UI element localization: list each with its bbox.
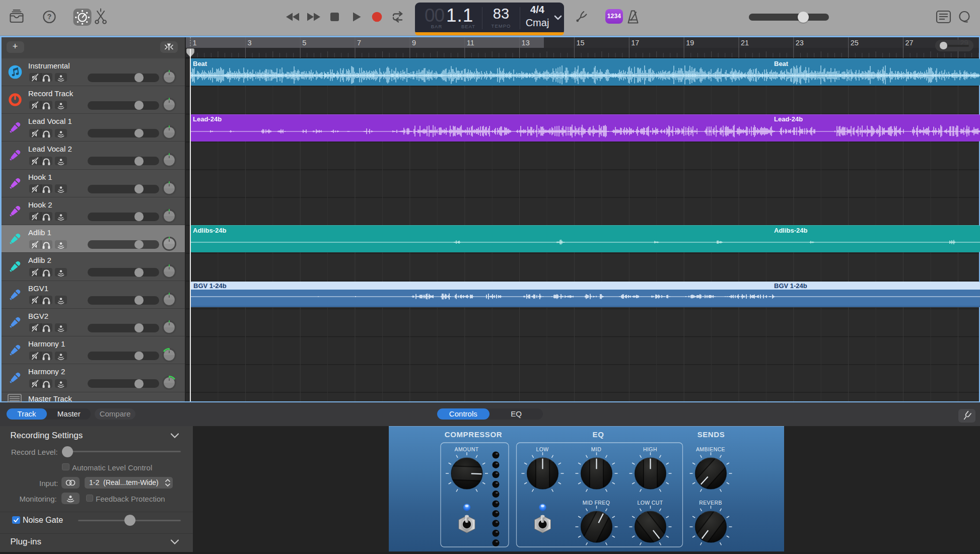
svg-text:25: 25: [850, 39, 858, 47]
svg-text:21: 21: [741, 39, 749, 47]
svg-text:5: 5: [302, 39, 306, 47]
svg-text:9: 9: [411, 39, 415, 47]
svg-text:11: 11: [466, 39, 474, 47]
svg-text:27: 27: [905, 39, 913, 47]
svg-text:1: 1: [192, 39, 196, 47]
svg-text:3: 3: [247, 39, 251, 47]
svg-text:23: 23: [795, 39, 803, 47]
svg-text:17: 17: [631, 39, 639, 47]
svg-text:19: 19: [686, 39, 694, 47]
svg-text:7: 7: [357, 39, 361, 47]
svg-text:13: 13: [521, 39, 529, 47]
svg-text:15: 15: [576, 39, 584, 47]
